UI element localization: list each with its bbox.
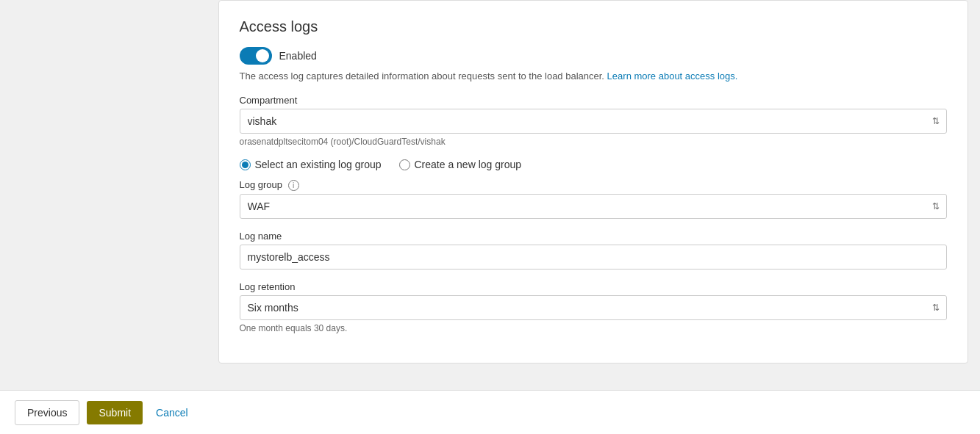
submit-button[interactable]: Submit [87, 401, 143, 424]
log-name-group: Log name [240, 231, 947, 270]
compartment-select-wrapper: vishak ⇅ [240, 109, 947, 134]
log-group-select[interactable]: WAF [240, 194, 947, 219]
section-title: Access logs [240, 18, 947, 35]
log-group-select-wrapper: WAF ⇅ [240, 194, 947, 219]
log-name-label: Log name [240, 231, 947, 242]
previous-button[interactable]: Previous [15, 400, 79, 425]
log-group-info-icon[interactable]: i [288, 180, 299, 191]
create-new-radio[interactable] [399, 159, 410, 170]
log-retention-label: Log retention [240, 281, 947, 292]
log-group-label: Log group i [240, 179, 947, 191]
compartment-path: orasenatdpltsecitom04 (root)/CloudGuardT… [240, 137, 947, 147]
enabled-toggle-row: Enabled [240, 47, 947, 65]
compartment-label: Compartment [240, 95, 947, 106]
log-name-input[interactable] [240, 245, 947, 270]
create-new-label: Create a new log group [415, 159, 522, 170]
log-retention-select-wrapper: Six months ⇅ [240, 295, 947, 320]
access-logs-card: Access logs Enabled The access log captu… [218, 0, 968, 364]
enabled-label: Enabled [279, 50, 317, 62]
select-existing-label: Select an existing log group [255, 159, 382, 170]
learn-more-link[interactable]: Learn more about access logs. [607, 70, 738, 82]
log-retention-hint: One month equals 30 days. [240, 323, 947, 333]
select-existing-radio[interactable] [240, 159, 251, 170]
log-retention-select[interactable]: Six months [240, 295, 947, 320]
log-retention-group: Log retention Six months ⇅ One month equ… [240, 281, 947, 333]
access-log-description: The access log captures detailed informa… [240, 70, 947, 82]
select-existing-radio-option[interactable]: Select an existing log group [240, 159, 382, 170]
footer-bar: Previous Submit Cancel [0, 390, 980, 434]
enabled-toggle[interactable] [240, 47, 272, 65]
compartment-group: Compartment vishak ⇅ orasenatdpltsecitom… [240, 95, 947, 147]
create-new-radio-option[interactable]: Create a new log group [399, 159, 522, 170]
cancel-button[interactable]: Cancel [150, 401, 194, 424]
log-group-radio-group: Select an existing log group Create a ne… [240, 159, 947, 170]
compartment-select[interactable]: vishak [240, 109, 947, 134]
log-group-group: Log group i WAF ⇅ [240, 179, 947, 219]
